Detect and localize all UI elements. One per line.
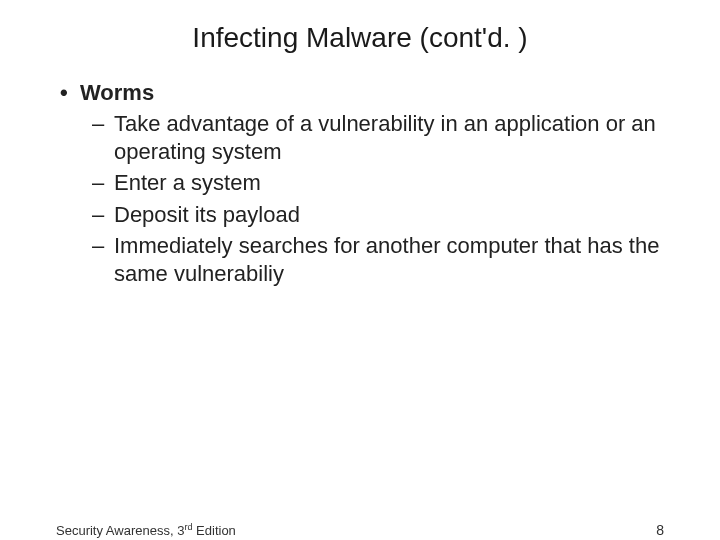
sub-bullet-item: Immediately searches for another compute… (84, 232, 664, 287)
slide-title: Infecting Malware (cont'd. ) (0, 22, 720, 54)
page-number: 8 (656, 522, 664, 538)
bullet-list-level2: Take advantage of a vulnerability in an … (84, 110, 664, 287)
footer-text-before: Security Awareness, 3 (56, 523, 184, 538)
footer-text-after: Edition (192, 523, 235, 538)
slide: Infecting Malware (cont'd. ) Worms Take … (0, 22, 720, 540)
footer-source: Security Awareness, 3rd Edition (56, 522, 236, 538)
slide-footer: Security Awareness, 3rd Edition 8 (56, 522, 664, 538)
sub-bullet-item: Deposit its payload (84, 201, 664, 229)
sub-bullet-item: Take advantage of a vulnerability in an … (84, 110, 664, 165)
sub-bullet-item: Enter a system (84, 169, 664, 197)
bullet-text: Worms (80, 80, 154, 105)
bullet-list-level1: Worms Take advantage of a vulnerability … (56, 80, 664, 287)
content-area: Worms Take advantage of a vulnerability … (0, 80, 720, 287)
bullet-item-worms: Worms Take advantage of a vulnerability … (56, 80, 664, 287)
